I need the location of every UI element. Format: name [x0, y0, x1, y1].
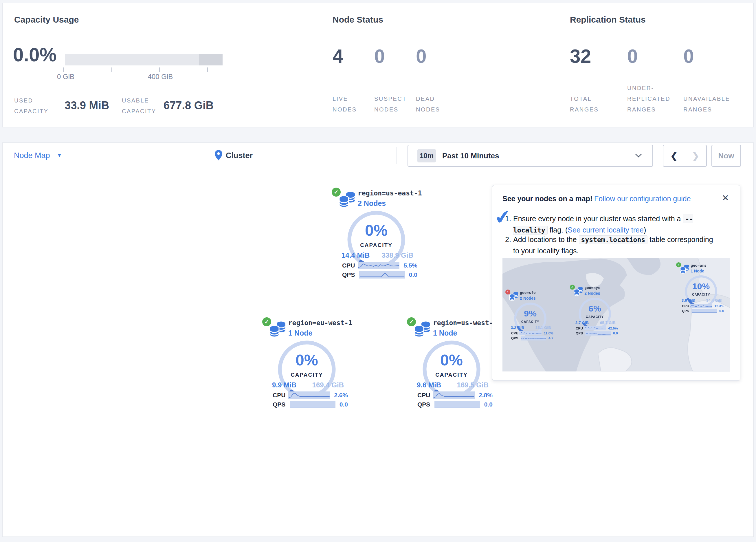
capacity-gauge — [575, 298, 615, 330]
unavailable-ranges-count: 0 — [683, 47, 694, 66]
breadcrumb-cluster[interactable]: Cluster — [226, 151, 253, 160]
configuration-guide-link[interactable]: Follow our configuration guide — [594, 194, 691, 203]
cpu-value: 42.5% — [608, 326, 618, 330]
capacity-percent: 0.0% — [13, 45, 56, 64]
cpu-label: CPU — [511, 331, 519, 335]
qps-sparkline — [290, 401, 335, 408]
database-stack-icon — [573, 287, 584, 297]
capacity-label: CAPACITY — [685, 293, 717, 296]
cpu-sparkline — [358, 262, 400, 269]
qps-value: 0.0 — [340, 401, 348, 408]
total-capacity: 34.4 GiB — [706, 298, 722, 303]
step-text: Add locations to the — [513, 235, 579, 243]
mini-node-geo-nyc: ✓ geo=nyc 2 Nodes 6% CAPACITY 3.7 GiB 65… — [567, 285, 624, 338]
popup-title: See your nodes on a map! — [502, 194, 592, 203]
capacity-bar — [65, 54, 223, 65]
total-capacity: 65.7 GiB — [600, 320, 616, 325]
qps-value: 0.0 — [613, 332, 618, 335]
system-locations-code: system.locations — [579, 235, 648, 244]
locality-label: geo=ams — [691, 263, 706, 267]
qps-value: 0.0 — [409, 271, 417, 278]
cluster-overview-page: Capacity Usage 0.0% 0 GiB 400 GiB USED C… — [0, 0, 756, 542]
cpu-sparkline — [433, 392, 475, 399]
replication-status-title: Replication Status — [570, 15, 646, 25]
step-number: 2. — [505, 234, 511, 245]
example-world-map: 1 geo=sfo 2 Nodes 9% CAPACITY 3.2 GiB 35… — [502, 258, 730, 372]
time-range-dropdown[interactable]: 10m Past 10 Minutes — [408, 145, 653, 167]
used-capacity: 9.9 MiB — [272, 381, 296, 389]
now-button[interactable]: Now — [711, 145, 741, 167]
capacity-percent: 0% — [278, 351, 336, 369]
used-capacity: 9.6 MiB — [417, 381, 441, 389]
under-replicated-label: UNDER- REPLICATED RANGES — [627, 83, 670, 115]
capacity-label: CAPACITY — [579, 315, 611, 319]
region-nodes-link[interactable]: 2 Nodes — [358, 199, 386, 207]
capacity-gauge — [510, 303, 551, 335]
locality-tree-link[interactable]: See current locality tree — [568, 226, 644, 234]
qps-value: 4.7 — [548, 337, 553, 340]
qps-value: 0.0 — [719, 309, 724, 313]
region-node-us-east-1: ✓ region=us-east-1 2 Nodes 0% CAPACITY 1… — [327, 187, 428, 283]
locality-nodes-link: 2 Nodes — [584, 291, 600, 296]
step-text: ) — [644, 226, 646, 234]
axis-tick — [63, 67, 64, 72]
capacity-gauge — [340, 211, 412, 269]
qps-sparkline — [434, 401, 480, 408]
region-label: region=us-east-1 — [358, 189, 422, 197]
capacity-bar-reserved — [199, 54, 223, 65]
capacity-label: CAPACITY — [347, 242, 405, 248]
qps-sparkline — [359, 271, 405, 279]
cpu-value: 2.6% — [334, 392, 348, 399]
total-capacity: 35.1 GiB — [535, 325, 551, 330]
time-range-badge: 10m — [417, 149, 436, 162]
region-nodes-link[interactable]: 1 Node — [433, 329, 457, 337]
qps-label: QPS — [576, 332, 585, 335]
live-nodes-count: 4 — [333, 47, 343, 66]
capacity-percent: 6% — [579, 304, 611, 314]
total-capacity: 338.9 GiB — [382, 251, 413, 259]
qps-sparkline — [585, 331, 611, 336]
capacity-label: CAPACITY — [514, 320, 546, 324]
unavailable-ranges-label: UNAVAILABLE RANGES — [683, 93, 730, 115]
region-label: region=us-west-1 — [433, 319, 497, 327]
database-stack-icon — [509, 292, 519, 302]
capacity-percent: 0% — [347, 221, 405, 239]
capacity-percent: 10% — [685, 281, 717, 291]
capacity-gauge — [681, 276, 721, 308]
time-forward-button[interactable]: ❯ — [685, 145, 707, 166]
cpu-label: CPU — [576, 326, 584, 330]
close-icon[interactable]: ✕ — [722, 193, 729, 203]
capacity-gauge — [271, 341, 343, 398]
qps-label: QPS — [682, 309, 691, 313]
capacity-usage-title: Capacity Usage — [14, 15, 79, 25]
time-pager: ❮ ❯ — [663, 145, 707, 167]
capacity-percent: 0% — [423, 351, 480, 369]
database-stack-icon — [338, 191, 357, 209]
popup-divider — [492, 211, 740, 211]
axis-tick-label: 400 GiB — [148, 73, 173, 81]
dead-nodes-count: 0 — [416, 47, 427, 66]
suspect-nodes-label: SUSPECT NODES — [374, 93, 407, 115]
suspect-nodes-count: 0 — [374, 47, 385, 66]
qps-sparkline — [521, 336, 546, 341]
live-nodes-label: LIVE NODES — [333, 93, 357, 115]
view-selector-node-map[interactable]: Node Map — [14, 151, 50, 160]
capacity-label: CAPACITY — [278, 372, 336, 378]
locality-label: geo=nyc — [584, 286, 600, 290]
region-nodes-link[interactable]: 1 Node — [288, 329, 312, 337]
cpu-label: CPU — [273, 392, 288, 399]
time-back-button[interactable]: ❮ — [663, 145, 685, 166]
caret-down-icon: ▾ — [58, 152, 61, 159]
capacity-percent: 9% — [514, 308, 546, 319]
capacity-label: CAPACITY — [423, 372, 480, 378]
qps-value: 0.0 — [484, 401, 493, 408]
qps-label: QPS — [417, 401, 434, 408]
database-stack-icon — [680, 264, 690, 275]
used-capacity: 3.6 GiB — [682, 298, 695, 303]
stats-panel: Capacity Usage 0.0% 0 GiB 400 GiB USED C… — [2, 3, 754, 127]
cpu-label: CPU — [417, 392, 433, 399]
used-capacity: 3.2 GiB — [511, 325, 524, 330]
database-stack-icon — [269, 321, 287, 339]
cpu-sparkline — [288, 392, 330, 399]
step-number: 1. — [505, 213, 511, 224]
